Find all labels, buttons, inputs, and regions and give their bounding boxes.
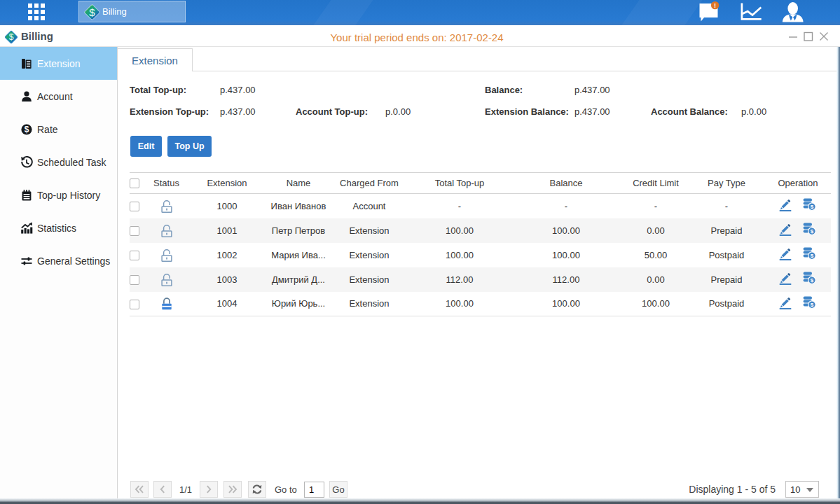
svg-text:$: $ <box>25 125 29 134</box>
svg-text:$: $ <box>810 277 813 284</box>
svg-text:$: $ <box>810 204 813 210</box>
svg-text:!: ! <box>714 2 716 9</box>
svg-text:$: $ <box>89 6 95 18</box>
svg-text:$: $ <box>810 228 813 234</box>
svg-text:$: $ <box>810 302 813 308</box>
svg-text:$: $ <box>810 253 813 259</box>
